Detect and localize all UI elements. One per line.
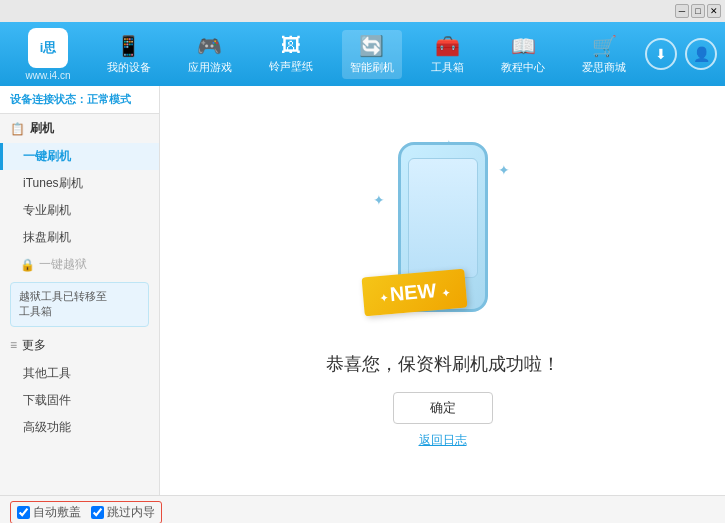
nav-wallpaper[interactable]: 🖼 铃声壁纸 <box>261 30 321 78</box>
lock-icon: 🔒 <box>20 258 35 272</box>
close-button[interactable]: ✕ <box>707 4 721 18</box>
bars-icon: ≡ <box>10 338 17 352</box>
sparkle-3: ✦ <box>373 192 385 208</box>
nav-tutorials[interactable]: 📖 教程中心 <box>493 30 553 79</box>
toolbox-label: 工具箱 <box>431 60 464 75</box>
pro-label: 专业刷机 <box>23 203 71 217</box>
notice-text: 越狱工具已转移至工具箱 <box>19 290 107 317</box>
nav-items: 📱 我的设备 🎮 应用游戏 🖼 铃声壁纸 🔄 智能刷机 🧰 工具箱 📖 教程中心… <box>88 30 645 79</box>
sidebar-advanced[interactable]: 高级功能 <box>0 414 159 441</box>
auto-launch-label: 自动敷盖 <box>33 504 81 521</box>
flash-section-label: 刷机 <box>30 120 54 137</box>
skip-guide-checkbox-label[interactable]: 跳过内导 <box>91 504 155 521</box>
nav-apps[interactable]: 🎮 应用游戏 <box>180 30 240 79</box>
sidebar-notice: 越狱工具已转移至工具箱 <box>10 282 149 327</box>
sidebar: 设备连接状态：正常模式 📋 刷机 一键刷机 iTunes刷机 专业刷机 抹盘刷机… <box>0 86 160 495</box>
logo-icon: i思 <box>28 28 68 68</box>
go-back-link[interactable]: 返回日志 <box>419 432 467 449</box>
flash-section-header[interactable]: 📋 刷机 <box>0 114 159 143</box>
auto-launch-checkbox-label[interactable]: 自动敷盖 <box>17 504 81 521</box>
success-text: 恭喜您，保资料刷机成功啦！ <box>326 352 560 376</box>
itunes-label: iTunes刷机 <box>23 176 83 190</box>
store-label: 爱思商城 <box>582 60 626 75</box>
content-area: ✦ ✦ ✦ NEW 恭喜您，保资料刷机成功啦！ 确定 返回日志 <box>160 86 725 495</box>
sidebar-pro-flash[interactable]: 专业刷机 <box>0 197 159 224</box>
confirm-button[interactable]: 确定 <box>393 392 493 424</box>
my-device-icon: 📱 <box>116 34 141 58</box>
sidebar-one-key-flash[interactable]: 一键刷机 <box>0 143 159 170</box>
auto-launch-checkbox[interactable] <box>17 506 30 519</box>
device-status-value: 正常模式 <box>87 93 131 105</box>
new-badge-text: NEW <box>388 279 436 305</box>
checkbox-bordered-area: 自动敷盖 跳过内导 <box>10 501 162 523</box>
toolbox-icon: 🧰 <box>435 34 460 58</box>
sidebar-download-fw[interactable]: 下载固件 <box>0 387 159 414</box>
download-fw-label: 下载固件 <box>23 393 71 407</box>
device-status-label: 设备连接状态： <box>10 93 87 105</box>
phone-screen <box>408 158 478 278</box>
my-device-label: 我的设备 <box>107 60 151 75</box>
skip-guide-checkbox[interactable] <box>91 506 104 519</box>
smart-flash-label: 智能刷机 <box>350 60 394 75</box>
advanced-label: 高级功能 <box>23 420 71 434</box>
sidebar-wipe-flash[interactable]: 抹盘刷机 <box>0 224 159 251</box>
wallpaper-label: 铃声壁纸 <box>269 59 313 74</box>
nav-right: ⬇ 👤 <box>645 38 717 70</box>
bottom-top: 自动敷盖 跳过内导 <box>0 496 725 523</box>
more-section-label: 更多 <box>22 337 46 354</box>
jailbreak-label: 一键越狱 <box>39 256 87 273</box>
smart-flash-icon: 🔄 <box>359 34 384 58</box>
nav-toolbox[interactable]: 🧰 工具箱 <box>423 30 472 79</box>
user-button[interactable]: 👤 <box>685 38 717 70</box>
download-button[interactable]: ⬇ <box>645 38 677 70</box>
main-area: 设备连接状态：正常模式 📋 刷机 一键刷机 iTunes刷机 专业刷机 抹盘刷机… <box>0 86 725 495</box>
sidebar-jailbreak-disabled: 🔒 一键越狱 <box>0 251 159 278</box>
tutorials-icon: 📖 <box>511 34 536 58</box>
other-tools-label: 其他工具 <box>23 366 71 380</box>
wallpaper-icon: 🖼 <box>281 34 301 57</box>
sidebar-other-tools[interactable]: 其他工具 <box>0 360 159 387</box>
one-key-label: 一键刷机 <box>23 149 71 163</box>
apps-icon: 🎮 <box>197 34 222 58</box>
app-logo: i思 www.i4.cn <box>8 28 88 81</box>
nav-smart-flash[interactable]: 🔄 智能刷机 <box>342 30 402 79</box>
minimize-button[interactable]: ─ <box>675 4 689 18</box>
nav-my-device[interactable]: 📱 我的设备 <box>99 30 159 79</box>
sidebar-itunes-flash[interactable]: iTunes刷机 <box>0 170 159 197</box>
nav-store[interactable]: 🛒 爱思商城 <box>574 30 634 79</box>
logo-subtitle: www.i4.cn <box>25 70 70 81</box>
phone-illustration: ✦ ✦ ✦ NEW <box>363 132 523 332</box>
tutorials-label: 教程中心 <box>501 60 545 75</box>
device-status: 设备连接状态：正常模式 <box>0 86 159 114</box>
sparkle-2: ✦ <box>498 162 510 178</box>
app-bottom: 自动敷盖 跳过内导 📱 iPhone 12 mini 64GB Down-12m… <box>0 495 725 523</box>
nav-bar: i思 www.i4.cn 📱 我的设备 🎮 应用游戏 🖼 铃声壁纸 🔄 智能刷机… <box>0 22 725 86</box>
more-section-header[interactable]: ≡ 更多 <box>0 331 159 360</box>
title-bar: ─ □ ✕ <box>0 0 725 22</box>
store-icon: 🛒 <box>592 34 617 58</box>
flash-section-icon: 📋 <box>10 122 25 136</box>
wipe-label: 抹盘刷机 <box>23 230 71 244</box>
apps-label: 应用游戏 <box>188 60 232 75</box>
skip-guide-label: 跳过内导 <box>107 504 155 521</box>
maximize-button[interactable]: □ <box>691 4 705 18</box>
